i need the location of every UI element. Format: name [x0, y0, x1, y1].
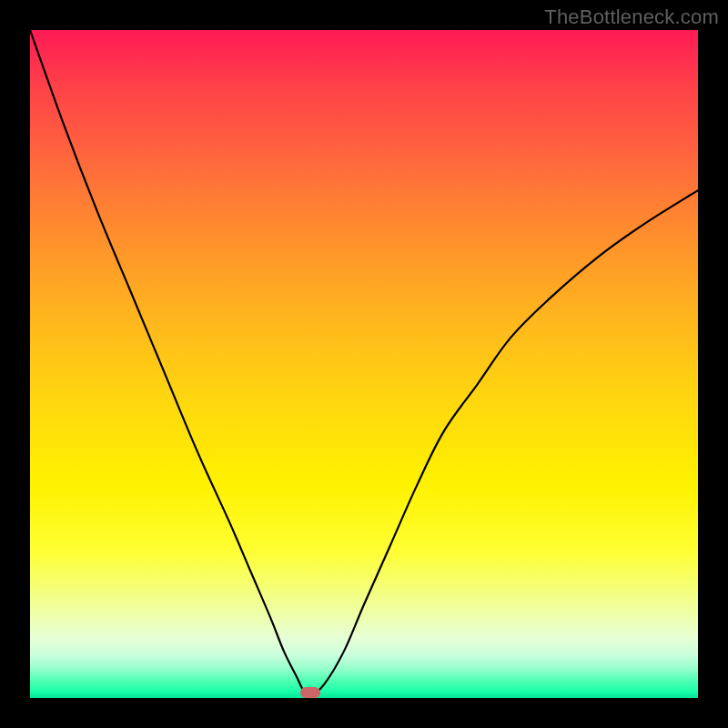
chart-frame: TheBottleneck.com	[0, 0, 728, 728]
plot-area	[30, 30, 698, 698]
curve-path	[30, 30, 698, 695]
watermark-text: TheBottleneck.com	[544, 5, 719, 29]
optimal-point-marker	[300, 687, 320, 698]
bottleneck-curve	[30, 30, 698, 698]
